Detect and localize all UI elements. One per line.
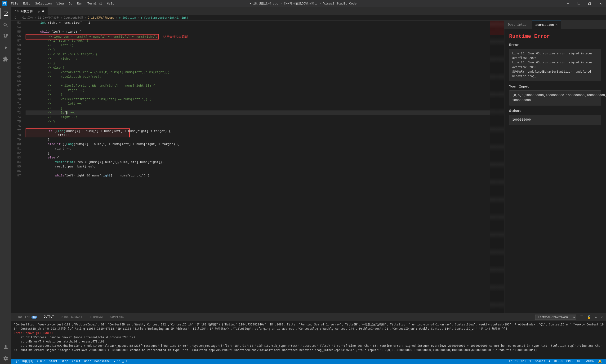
code-line: int right = nums.size() - 1; bbox=[26, 21, 490, 25]
line-number: 68 bbox=[11, 88, 21, 92]
restore-button[interactable] bbox=[584, 0, 595, 7]
menu-go[interactable]: Go bbox=[67, 1, 74, 6]
code-line: // right --; bbox=[26, 56, 490, 61]
tab-terminal-label: TERMINAL bbox=[90, 315, 104, 319]
breadcrumb-d[interactable]: D: bbox=[14, 16, 18, 20]
activity-settings[interactable] bbox=[0, 353, 11, 364]
tab-output[interactable]: OUTPUT bbox=[41, 313, 57, 321]
line-number: 65 bbox=[11, 75, 21, 79]
bottom-tabs: PROBLEMS 16 OUTPUT DEBUG CONSOLE TERMINA… bbox=[11, 313, 606, 321]
status-encoding[interactable]: UTF-8 bbox=[552, 360, 565, 363]
arrow-up-button[interactable]: ▲ bbox=[594, 315, 598, 320]
menu-terminal[interactable]: Terminal bbox=[85, 1, 104, 6]
status-stop[interactable]: stop bbox=[59, 360, 70, 363]
stdout-box: 1000000000 bbox=[509, 115, 601, 125]
line-number: 84 bbox=[11, 160, 21, 164]
code-line: else { bbox=[26, 156, 490, 160]
menu-view[interactable]: View bbox=[55, 1, 66, 6]
menu-file[interactable]: File bbox=[9, 1, 20, 6]
annotation: 这里会报溢出错误 bbox=[163, 35, 188, 39]
git-branch-name: 18集计时: 0:8:6 bbox=[21, 360, 45, 363]
code-line: else if ((Long)nums[k] + nums[i] + nums[… bbox=[26, 142, 490, 146]
activity-run[interactable] bbox=[0, 42, 11, 53]
line-number: 56 bbox=[11, 34, 21, 39]
code-line bbox=[26, 169, 490, 173]
tab-terminal[interactable]: TERMINAL bbox=[87, 313, 107, 321]
line-number: 53 bbox=[11, 21, 21, 25]
panel-more-button[interactable]: ⋯ bbox=[602, 25, 604, 29]
status-user[interactable]: user: moonshine bbox=[82, 360, 112, 363]
status-spaces[interactable]: Spaces: 4 bbox=[533, 360, 552, 363]
code-line bbox=[26, 25, 490, 30]
stdout-value: 1000000000 bbox=[512, 117, 598, 122]
tab-debug-label: DEBUG CONSOLE bbox=[61, 315, 83, 319]
code-line: // } bbox=[26, 119, 490, 124]
minimap bbox=[490, 21, 504, 313]
tab-main-file[interactable]: 18.四数之和.cpp bbox=[11, 7, 48, 15]
line-number: 71 bbox=[11, 102, 21, 106]
lock-button[interactable]: 🔒 bbox=[586, 314, 592, 320]
line-number: 79 bbox=[11, 137, 21, 142]
code-line: // vector<int> res = {nums[k],nums[i],nu… bbox=[26, 70, 490, 75]
code-line: // while(left<right && nums[left] == num… bbox=[26, 97, 490, 102]
activity-source-control[interactable] bbox=[0, 31, 11, 42]
tab-comments[interactable]: COMMENTS bbox=[108, 313, 127, 321]
status-reset[interactable]: reset bbox=[70, 360, 82, 363]
breadcrumb-cpp[interactable]: 01-C++学习资料 bbox=[38, 16, 59, 20]
breadcrumb-leetcode[interactable]: leetcode刷题 bbox=[64, 16, 83, 20]
status-git-branch[interactable]: 18集计时: 0:8:6 bbox=[14, 360, 47, 364]
code-line: // } bbox=[26, 92, 490, 97]
line-number: 75 bbox=[11, 119, 21, 124]
menu-selection[interactable]: Selection bbox=[33, 1, 54, 6]
breadcrumb-work[interactable]: 01-工作 bbox=[23, 16, 33, 20]
activity-account[interactable] bbox=[0, 341, 11, 353]
status-line-ending[interactable]: CRLF bbox=[565, 360, 575, 363]
error-line-3: SUMMARY: UndefinedBehaviorSanitizer: und… bbox=[512, 69, 598, 78]
line-number: 67 bbox=[11, 83, 21, 88]
problems-badge: 16 bbox=[31, 316, 37, 319]
line-number: 74 bbox=[11, 115, 21, 119]
code-lines[interactable]: int right = nums.size() - 1; while (left… bbox=[23, 21, 490, 313]
activity-search[interactable] bbox=[0, 19, 11, 31]
window-controls: – □ ✕ bbox=[563, 0, 606, 7]
tab-description[interactable]: Description bbox=[504, 21, 532, 29]
code-line: vector<int> res = {nums[k],nums[i],nums[… bbox=[26, 160, 490, 164]
status-errors[interactable]: ⊗ 16 △ 0 bbox=[112, 360, 129, 363]
code-editor[interactable]: 5354555657585960616263646566676869707172… bbox=[11, 21, 504, 313]
output-line-4: at onErrorNT (node:internal/child_proces… bbox=[14, 339, 604, 344]
status-notification[interactable]: 🔔 bbox=[596, 360, 604, 363]
breadcrumb-file[interactable]: C 18.四数之和.cpp bbox=[88, 16, 115, 20]
breadcrumb-solution[interactable]: ◈ Solution bbox=[119, 16, 136, 20]
tab-debug-console[interactable]: DEBUG CONSOLE bbox=[58, 313, 86, 321]
tab-submission[interactable]: Submission × bbox=[532, 21, 561, 29]
code-line: // long sum = nums[k] + nums[i] + nums[l… bbox=[26, 34, 490, 39]
editor-split: 5354555657585960616263646566676869707172… bbox=[11, 21, 606, 313]
tab-submission-close[interactable]: × bbox=[556, 23, 558, 27]
tab-description-label: Description bbox=[508, 23, 528, 26]
close-panel-button[interactable]: ✕ bbox=[600, 314, 604, 320]
code-line: // } bbox=[26, 48, 490, 52]
status-start[interactable]: start bbox=[47, 360, 59, 363]
menu-edit[interactable]: Edit bbox=[21, 1, 32, 6]
code-line: // else if (sum > target) { bbox=[26, 52, 490, 56]
line-number: 78 bbox=[11, 133, 21, 137]
menu-run[interactable]: Run bbox=[75, 1, 84, 6]
line-number: 69 bbox=[11, 92, 21, 97]
status-language[interactable]: C++ bbox=[575, 360, 584, 363]
line-number: 59 bbox=[11, 48, 21, 52]
minimize-button[interactable]: – bbox=[563, 0, 573, 7]
close-button[interactable]: ✕ bbox=[595, 0, 606, 7]
filter-button[interactable]: ☰ bbox=[579, 314, 584, 320]
code-line: left++; bbox=[26, 133, 490, 137]
activity-extensions[interactable] bbox=[0, 53, 11, 65]
maximize-button[interactable]: □ bbox=[573, 0, 584, 7]
menu-help[interactable]: Help bbox=[105, 1, 116, 6]
tab-problems[interactable]: PROBLEMS 16 bbox=[14, 313, 40, 321]
activity-explorer[interactable] bbox=[0, 8, 11, 19]
code-line: // else { bbox=[26, 65, 490, 70]
lc-dropdown[interactable]: LeetCodeProblemRatin... bbox=[535, 314, 576, 320]
status-platform[interactable]: Win32 bbox=[584, 360, 596, 363]
breadcrumb: D: › 01-工作 › 01-C++学习资料 › leetcode刷题 › C… bbox=[11, 15, 606, 21]
status-ln-col[interactable]: Ln 73, Col 31 bbox=[507, 360, 533, 363]
breadcrumb-foursum[interactable]: ◈ fourSum(vector<int>&, int) bbox=[141, 16, 189, 20]
